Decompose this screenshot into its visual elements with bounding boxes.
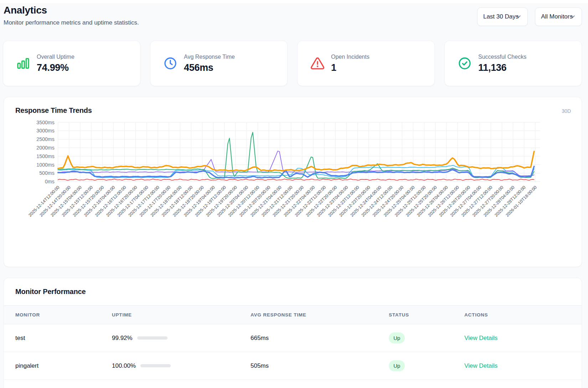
table-row: pingalert 100.00% 505ms Up View Details xyxy=(4,352,582,380)
stat-card-open-incidents: Open Incidents 1 xyxy=(297,41,435,86)
svg-text:1000ms: 1000ms xyxy=(36,162,55,168)
monitor-name: test xyxy=(15,335,112,342)
uptime-value: 99.92% xyxy=(112,335,133,342)
stat-label: Overall Uptime xyxy=(37,54,74,60)
stat-card-avg-response: Avg Response Time 456ms xyxy=(150,41,288,86)
uptime-value: 100.00% xyxy=(112,362,136,369)
stat-card-overall-uptime: Overall Uptime 74.99% xyxy=(3,41,140,86)
svg-text:500ms: 500ms xyxy=(39,170,55,176)
monitor-filter-value: All Monitors xyxy=(541,13,573,20)
monitor-filter-select[interactable]: All Monitors xyxy=(535,7,582,26)
stat-value: 456ms xyxy=(184,62,235,73)
svg-text:3000ms: 3000ms xyxy=(36,128,55,133)
table-header-row: Monitor Uptime Avg Response Time Status … xyxy=(4,305,582,324)
top-strip xyxy=(0,0,588,3)
view-details-link[interactable]: View Details xyxy=(464,362,497,369)
col-header-status: Status xyxy=(389,312,464,318)
date-range-select[interactable]: Last 30 Days xyxy=(477,7,528,26)
header-controls: Last 30 Days All Monitors xyxy=(477,7,582,26)
bar-chart-icon xyxy=(16,56,30,70)
stat-value: 11,136 xyxy=(478,62,526,73)
response-time-trends-card: Response Time Trends 30D 0ms500ms1000ms1… xyxy=(4,97,582,267)
chevron-down-icon xyxy=(570,14,576,21)
uptime-bar xyxy=(140,364,171,367)
avg-response-value: 505ms xyxy=(251,362,389,369)
status-badge: Up xyxy=(389,360,405,371)
response-time-line-chart: 0ms500ms1000ms1500ms2000ms2500ms3000ms35… xyxy=(15,117,571,259)
chart-title: Response Time Trends xyxy=(15,106,92,115)
monitor-name: pingalert xyxy=(15,362,112,369)
stat-label: Avg Response Time xyxy=(184,54,235,60)
col-header-monitor: Monitor xyxy=(15,312,112,318)
svg-text:1500ms: 1500ms xyxy=(36,153,55,159)
chevron-down-icon xyxy=(516,14,522,21)
check-circle-icon xyxy=(458,56,472,70)
col-header-actions: Actions xyxy=(464,312,582,318)
col-header-uptime: Uptime xyxy=(112,312,251,318)
table-row: test 99.92% 665ms Up View Details xyxy=(4,324,582,352)
view-details-link[interactable]: View Details xyxy=(464,335,497,341)
chart-range-badge: 30D xyxy=(562,108,571,114)
svg-text:3500ms: 3500ms xyxy=(36,120,55,125)
date-range-value: Last 30 Days xyxy=(483,13,519,20)
page-header: Analytics Monitor performance metrics an… xyxy=(0,3,588,26)
stat-value: 1 xyxy=(331,62,370,73)
col-header-avg-response: Avg Response Time xyxy=(251,312,389,318)
chart-header: Response Time Trends 30D xyxy=(15,106,571,115)
avg-response-value: 665ms xyxy=(251,335,389,342)
status-badge: Up xyxy=(389,332,405,344)
stats-grid: Overall Uptime 74.99% Avg Response Time … xyxy=(3,41,582,86)
svg-text:2500ms: 2500ms xyxy=(36,136,55,142)
stat-label: Open Incidents xyxy=(331,54,370,60)
clock-icon xyxy=(163,56,177,70)
stat-value: 74.99% xyxy=(37,62,74,73)
uptime-bar xyxy=(137,336,167,340)
stat-label: Successful Checks xyxy=(478,54,526,60)
monitor-performance-card: Monitor Performance Monitor Uptime Avg R… xyxy=(4,278,582,388)
stat-card-successful-checks: Successful Checks 11,136 xyxy=(444,41,582,86)
table-title: Monitor Performance xyxy=(4,278,582,296)
svg-text:2000ms: 2000ms xyxy=(36,145,55,151)
svg-text:0ms: 0ms xyxy=(45,179,55,184)
alert-triangle-icon xyxy=(310,56,325,70)
